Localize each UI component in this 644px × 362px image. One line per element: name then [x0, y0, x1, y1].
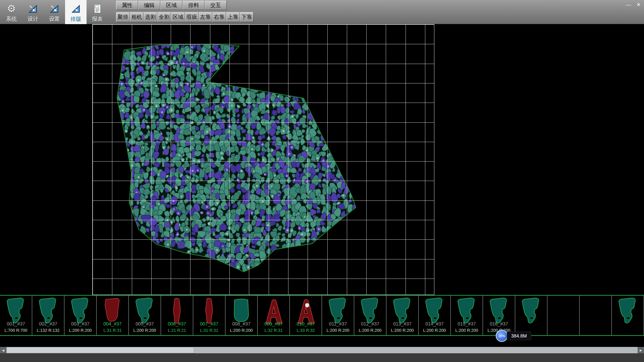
minimize-button[interactable]: —	[626, 2, 631, 7]
thumbnail-cell-7[interactable]: 007_#37L:31 R:31	[193, 296, 225, 335]
menu-tab-4[interactable]: 排料	[182, 1, 205, 10]
pieces-strip: 001_#37L:700 R:700002_#37L:132 R:132003_…	[0, 295, 644, 336]
thumbnail-cell-11[interactable]: 011_#37L:200 R:200	[322, 296, 354, 335]
horizontal-scrollbar[interactable]: ◄ ►	[0, 347, 644, 353]
thumbnail-cell-2[interactable]: 002_#37L:132 R:132	[32, 296, 64, 335]
piece-thumbnail	[520, 297, 543, 325]
piece-counts: L:200 R:200	[451, 328, 483, 333]
piece-counts: L:200 R:200	[322, 328, 354, 333]
menu-tabs: 属性编辑区域排料交互	[116, 1, 227, 10]
scroll-left-button[interactable]: ◄	[0, 347, 6, 353]
thumbnail-cell-14[interactable]: 014_#37L:200 R:200	[419, 296, 451, 335]
nesting-ruler-icon	[70, 2, 81, 15]
app-tab-label: 排版	[70, 16, 81, 23]
piece-label: 016_#37	[483, 321, 515, 326]
app-tab-label: 报表	[92, 16, 103, 23]
memory-usage: 384.8M	[507, 331, 531, 340]
thumbnail-cell-9[interactable]: 009_#37L:32 R:31	[258, 296, 290, 335]
scroll-thumb[interactable]	[6, 347, 194, 353]
thumbnail-cell-3[interactable]: 003_#37L:200 R:200	[64, 296, 97, 335]
scroll-right-button[interactable]: ►	[638, 347, 644, 353]
thumbnail-cell-1[interactable]: 001_#37L:700 R:700	[0, 296, 32, 335]
app-tab-settings-ruler[interactable]: 设置	[44, 0, 65, 24]
piece-counts: L:200 R:200	[225, 328, 257, 333]
window-controls: — ✕	[626, 2, 641, 7]
gear-icon: ⚙	[7, 4, 16, 14]
app-tab-gear[interactable]: ⚙系统	[1, 0, 22, 24]
thumbnail-cell-16[interactable]: 016_#37L:200 R:200	[483, 296, 515, 335]
thumbnail-cell-4[interactable]: 004_#37L:31 R:31	[97, 296, 129, 335]
settings-ruler-icon	[49, 2, 60, 15]
menu-tab-3[interactable]: 区域	[160, 1, 182, 10]
piece-counts: L:21 R:21	[161, 328, 193, 333]
app-tab-label: 系统	[6, 16, 17, 23]
tool-buttons: 聚排相机选割全割区域瑕疵左靠右靠上靠下靠	[116, 12, 254, 22]
thumbnail-cell-15[interactable]: 015_#37L:200 R:200	[451, 296, 483, 335]
piece-label: 005_#37	[129, 321, 161, 326]
progress-indicator[interactable]: 38%	[496, 330, 508, 342]
status-bar	[0, 353, 644, 362]
piece-label: 015_#37	[451, 321, 483, 326]
piece-label: 006_#37	[161, 321, 193, 326]
app-tab-label: 设计	[28, 16, 38, 23]
thumbnail-cell-6[interactable]: 006_#37L:21 R:21	[161, 296, 193, 335]
piece-label: 003_#37	[64, 321, 96, 326]
close-button[interactable]: ✕	[636, 2, 641, 7]
canvas-area[interactable]	[0, 24, 644, 295]
piece-counts: L:32 R:31	[258, 328, 289, 333]
piece-counts: L:200 R:200	[419, 328, 450, 333]
piece-counts: L:31 R:31	[193, 328, 225, 333]
piece-label: 013_#37	[386, 321, 418, 326]
piece-counts: L:200 R:200	[386, 328, 418, 333]
piece-label: 010_#37	[290, 321, 322, 326]
piece-label: 014_#37	[419, 321, 450, 326]
piece-counts: L:200 R:200	[64, 328, 96, 333]
piece-label: 004_#37	[97, 321, 128, 326]
piece-thumbnail	[616, 297, 640, 325]
application-window: ⚙系统设计设置排版报表 属性编辑区域排料交互 聚排相机选割全割区域瑕疵左靠右靠上…	[0, 0, 644, 362]
piece-label: 011_#37	[322, 321, 354, 326]
piece-label: 007_#37	[193, 321, 225, 326]
tool-button-7[interactable]: 左靠	[199, 12, 212, 22]
tool-button-10[interactable]: 下靠	[240, 12, 254, 22]
scroll-track[interactable]	[6, 347, 638, 353]
piece-counts: L:31 R:31	[97, 328, 128, 333]
piece-counts: L:200 R:200	[354, 328, 386, 333]
report-icon	[93, 2, 102, 15]
menu-tab-5[interactable]: 交互	[205, 1, 227, 10]
tool-button-1[interactable]: 聚排	[116, 12, 130, 22]
piece-counts: L:200 R:200	[129, 328, 161, 333]
thumbnail-cell-8[interactable]: 008_#37L:200 R:200	[225, 296, 258, 335]
menu-tab-1[interactable]: 属性	[116, 1, 138, 10]
piece-label: 002_#37	[32, 321, 64, 326]
app-tab-design-ruler[interactable]: 设计	[22, 0, 44, 24]
piece-label: 008_#37	[225, 321, 257, 326]
app-tab-nesting-ruler[interactable]: 排版	[65, 0, 87, 24]
thumbnail-cell-18[interactable]	[547, 296, 580, 335]
nesting-workspace[interactable]	[92, 24, 434, 295]
tool-button-9[interactable]: 上靠	[226, 12, 240, 22]
tool-button-3[interactable]: 选割	[144, 12, 157, 22]
thumbnail-cell-5[interactable]: 005_#37L:200 R:200	[129, 296, 161, 335]
app-tabs: ⚙系统设计设置排版报表	[1, 0, 108, 24]
toolbar: ⚙系统设计设置排版报表 属性编辑区域排料交互 聚排相机选割全割区域瑕疵左靠右靠上…	[0, 0, 644, 24]
thumbnail-cell-10[interactable]: 010_#37L:33 R:32	[290, 296, 322, 335]
thumbnail-cell-20[interactable]	[612, 296, 644, 335]
thumbnail-cell-12[interactable]: 012_#37L:200 R:200	[354, 296, 386, 335]
nesting-canvas[interactable]	[92, 24, 434, 295]
thumbnail-cell-19[interactable]	[580, 296, 612, 335]
app-tab-label: 设置	[49, 16, 60, 23]
piece-label: 012_#37	[354, 321, 386, 326]
thumbnail-cell-13[interactable]: 013_#37L:200 R:200	[386, 296, 419, 335]
piece-counts: L:33 R:32	[290, 328, 322, 333]
tool-button-2[interactable]: 相机	[130, 12, 144, 22]
piece-counts: L:700 R:700	[0, 328, 32, 333]
tool-button-5[interactable]: 区域	[171, 12, 185, 22]
tool-button-4[interactable]: 全割	[157, 12, 171, 22]
app-tab-report[interactable]: 报表	[87, 0, 108, 24]
tool-button-8[interactable]: 右靠	[212, 12, 226, 22]
menu-tab-2[interactable]: 编辑	[138, 1, 160, 10]
thumbnail-cell-17[interactable]	[515, 296, 547, 335]
tool-button-6[interactable]: 瑕疵	[185, 12, 199, 22]
piece-label: 001_#37	[0, 321, 32, 326]
